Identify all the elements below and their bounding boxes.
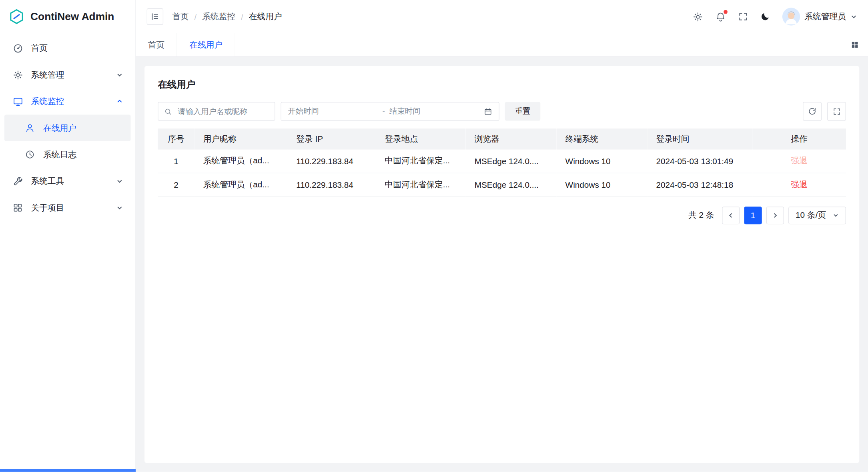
breadcrumb-system-monitor[interactable]: 系统监控 xyxy=(202,11,235,22)
dashboard-icon xyxy=(12,43,23,54)
column-header-login-time: 登录时间 xyxy=(647,129,752,150)
sidebar-item-system-tools[interactable]: 系统工具 xyxy=(4,168,130,194)
sidebar-item-label: 系统工具 xyxy=(31,176,64,186)
breadcrumb-home[interactable]: 首页 xyxy=(172,11,189,22)
cell-index: 2 xyxy=(158,173,194,196)
pagination-next-button[interactable] xyxy=(766,206,784,224)
chevron-down-icon xyxy=(116,178,123,185)
cell-login-time: 2024-05-03 13:01:49 xyxy=(647,150,752,173)
tab-actions-button[interactable] xyxy=(842,33,868,56)
calendar-icon xyxy=(484,107,492,116)
tab-label: 首页 xyxy=(148,40,164,50)
search-box xyxy=(158,102,275,121)
sidebar: ContiNew Admin 首页 系统管理 xyxy=(0,0,136,472)
pagination-page-1[interactable]: 1 xyxy=(744,206,762,224)
topbar-actions: 系统管理员 xyxy=(693,8,857,25)
column-header-location: 登录地点 xyxy=(376,129,465,150)
sidebar-item-online-users[interactable]: 在线用户 xyxy=(4,114,130,141)
column-header-ip: 登录 IP xyxy=(287,129,376,150)
cell-nickname: 系统管理员（ad... xyxy=(194,150,287,173)
pagination-total: 共 2 条 xyxy=(688,210,714,220)
expand-icon xyxy=(832,107,841,116)
breadcrumb-current: 在线用户 xyxy=(249,11,282,22)
chevron-down-icon xyxy=(850,13,857,20)
dark-mode-button[interactable] xyxy=(760,12,770,22)
app-viewport: ContiNew Admin 首页 系统管理 xyxy=(0,0,868,472)
sidebar-item-home[interactable]: 首页 xyxy=(4,35,130,61)
fullscreen-button[interactable] xyxy=(738,12,748,22)
avatar xyxy=(782,8,800,25)
topbar: 首页 / 系统监控 / 在线用户 xyxy=(136,0,868,33)
monitor-icon xyxy=(12,96,23,107)
tab-online-users[interactable]: 在线用户 xyxy=(177,33,235,56)
user-menu[interactable]: 系统管理员 xyxy=(782,8,857,25)
cell-ip: 110.229.183.84 xyxy=(287,173,376,196)
notifications-button[interactable] xyxy=(716,11,726,22)
settings-button[interactable] xyxy=(693,11,703,22)
page-title: 在线用户 xyxy=(158,78,846,91)
cell-index: 1 xyxy=(158,150,194,173)
tab-home[interactable]: 首页 xyxy=(136,33,177,56)
refresh-button[interactable] xyxy=(803,102,822,121)
online-users-card: 在线用户 开始时间 - 结束时间 xyxy=(144,66,859,463)
page-size-select[interactable]: 10 条/页 xyxy=(788,206,846,224)
page-size-value: 10 条/页 xyxy=(796,210,826,220)
gear-icon xyxy=(693,11,703,22)
sidebar-item-system-management[interactable]: 系统管理 xyxy=(4,62,130,88)
toolbar: 开始时间 - 结束时间 重置 xyxy=(158,102,846,121)
cell-location: 中国河北省保定... xyxy=(376,173,465,196)
tab-label: 在线用户 xyxy=(189,40,223,50)
moon-icon xyxy=(760,12,770,22)
cell-ip: 110.229.183.84 xyxy=(287,150,376,173)
chevron-right-icon xyxy=(772,212,779,219)
table-header-row: 序号 用户昵称 登录 IP 登录地点 浏览器 终端系统 登录时间 操作 xyxy=(158,129,846,150)
breadcrumb-separator: / xyxy=(241,12,243,22)
date-start-placeholder: 开始时间 xyxy=(288,106,378,116)
cell-nickname: 系统管理员（ad... xyxy=(194,173,287,196)
sidebar-item-label: 系统管理 xyxy=(31,70,64,80)
force-logout-link[interactable]: 强退 xyxy=(791,179,808,189)
wrench-icon xyxy=(12,176,23,187)
cell-browser: MSEdge 124.0.... xyxy=(466,173,557,196)
sidebar-item-label: 关于项目 xyxy=(31,203,64,213)
column-header-nickname: 用户昵称 xyxy=(194,129,287,150)
search-input[interactable] xyxy=(176,106,269,116)
search-icon xyxy=(164,107,172,116)
reset-button[interactable]: 重置 xyxy=(505,102,541,121)
expand-table-button[interactable] xyxy=(827,102,846,121)
sidebar-submenu-monitor: 在线用户 系统日志 xyxy=(4,114,130,168)
sidebar-collapse-button[interactable] xyxy=(147,8,164,25)
chevron-down-icon xyxy=(833,212,839,218)
main-area: 首页 / 系统监控 / 在线用户 xyxy=(136,0,868,472)
sidebar-item-label: 首页 xyxy=(31,43,48,53)
date-range-separator: - xyxy=(383,107,385,116)
sidebar-item-system-logs[interactable]: 系统日志 xyxy=(4,141,130,168)
pagination-prev-button[interactable] xyxy=(722,206,740,224)
online-users-table: 序号 用户昵称 登录 IP 登录地点 浏览器 终端系统 登录时间 操作 1 xyxy=(158,129,846,196)
date-range-picker[interactable]: 开始时间 - 结束时间 xyxy=(281,102,499,121)
cell-location: 中国河北省保定... xyxy=(376,150,465,173)
fullscreen-icon xyxy=(738,12,748,22)
sidebar-bottom-accent xyxy=(0,469,136,472)
user-name: 系统管理员 xyxy=(804,11,846,22)
chevron-down-icon xyxy=(116,71,123,78)
force-logout-link[interactable]: 强退 xyxy=(791,156,808,165)
app-title: ContiNew Admin xyxy=(30,10,114,22)
column-header-actions: 操作 xyxy=(752,129,846,150)
table-tools xyxy=(803,102,846,121)
column-header-browser: 浏览器 xyxy=(466,129,557,150)
tabbar: 首页 在线用户 xyxy=(136,33,868,57)
app-logo-icon xyxy=(8,8,25,25)
chevron-left-icon xyxy=(728,212,734,219)
table-row: 1 系统管理员（ad... 110.229.183.84 中国河北省保定... … xyxy=(158,150,846,173)
content-area: 在线用户 开始时间 - 结束时间 xyxy=(136,57,868,472)
column-header-index: 序号 xyxy=(158,129,194,150)
sidebar-item-label: 在线用户 xyxy=(43,123,76,133)
sidebar-item-system-monitor[interactable]: 系统监控 xyxy=(4,88,130,114)
cell-browser: MSEdge 124.0.... xyxy=(466,150,557,173)
sidebar-item-about-project[interactable]: 关于项目 xyxy=(4,195,130,221)
sidebar-item-label: 系统日志 xyxy=(43,149,76,160)
notification-badge xyxy=(724,10,728,14)
breadcrumb: 首页 / 系统监控 / 在线用户 xyxy=(172,11,282,22)
clock-icon xyxy=(24,149,36,160)
